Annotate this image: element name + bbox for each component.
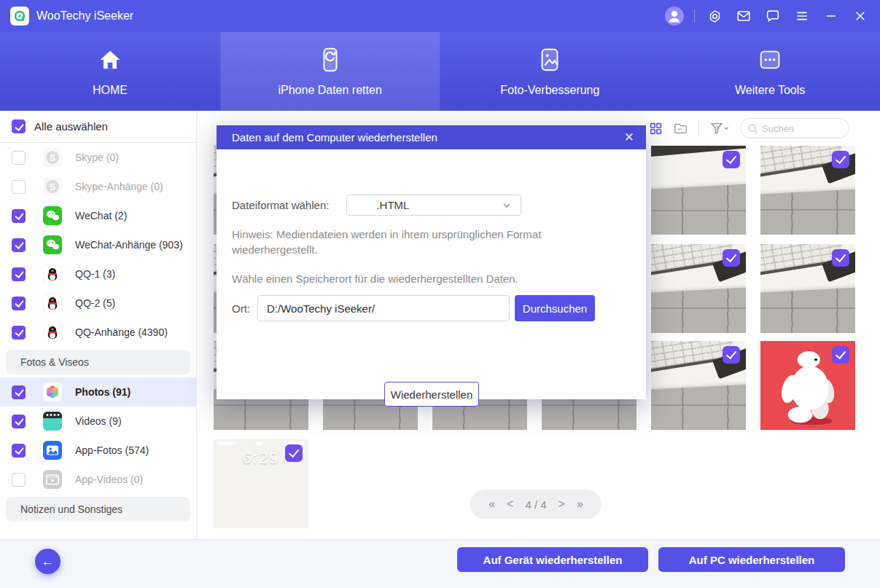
item-checkbox[interactable] bbox=[12, 238, 26, 252]
nav-tab-label: Foto-Verbesserung bbox=[500, 84, 599, 97]
search-input[interactable] bbox=[762, 123, 835, 134]
item-label: QQ-2 (5) bbox=[75, 297, 115, 309]
select-all-checkbox[interactable] bbox=[12, 119, 26, 133]
app-logo-icon bbox=[10, 7, 29, 26]
search-box[interactable] bbox=[740, 118, 849, 138]
select-all-row[interactable]: Alle auswählen bbox=[0, 111, 196, 143]
item-label: Skype (0) bbox=[75, 152, 119, 163]
svg-text:S: S bbox=[50, 182, 55, 192]
next-page-button[interactable]: > bbox=[558, 498, 565, 511]
sidebar-section-fotos-viseos[interactable]: Fotos & Viseos bbox=[6, 350, 190, 375]
dialog-header: Daten auf dem Computer wiederherstellen … bbox=[217, 125, 646, 149]
path-input[interactable] bbox=[257, 295, 510, 321]
dialog-close-icon[interactable]: ✕ bbox=[624, 131, 634, 144]
nav-tab-label: iPhone Daten retten bbox=[278, 84, 381, 97]
skype-icon: S bbox=[43, 148, 62, 167]
sidebar-item-app-fotos-574-[interactable]: App-Fotos (574) bbox=[0, 436, 196, 465]
page-indicator: 4 / 4 bbox=[525, 498, 546, 511]
restore-button[interactable]: Wiederherstellen bbox=[384, 382, 479, 407]
browse-button[interactable]: Durchsuchen bbox=[515, 295, 595, 321]
nav-tab-label: Weitere Tools bbox=[735, 84, 805, 97]
location-hint-text: Wähle einen Speicherort für die wiederhe… bbox=[232, 273, 518, 285]
first-page-button[interactable]: « bbox=[488, 498, 495, 511]
photo-checkbox[interactable] bbox=[832, 346, 849, 364]
pagination: « < 4 / 4 > » bbox=[470, 490, 601, 519]
photo-thumbnail[interactable] bbox=[760, 244, 855, 333]
format-select-value: .HTML bbox=[376, 199, 409, 211]
format-hint-text: Hinweis: Mediendateien werden in ihrem u… bbox=[232, 227, 589, 257]
item-label: WeChat-Anhänge (903) bbox=[75, 239, 183, 251]
photo-thumbnail[interactable] bbox=[651, 244, 746, 333]
item-checkbox[interactable] bbox=[12, 267, 26, 281]
photo-checkbox[interactable] bbox=[832, 151, 849, 168]
photo-checkbox[interactable] bbox=[723, 151, 740, 168]
settings-icon[interactable] bbox=[705, 7, 724, 26]
sidebar-item-app-videos-0-[interactable]: App-Videos (0) bbox=[0, 465, 196, 494]
sidebar-item-qq-anh-nge-4390-[interactable]: QQ-Anhänge (4390) bbox=[0, 318, 196, 347]
photo-checkbox[interactable] bbox=[723, 346, 740, 364]
titlebar: WooTechy iSeeker bbox=[0, 0, 880, 32]
sidebar: Alle auswählen SSkype (0)SSkype-Anhänge … bbox=[0, 111, 197, 539]
back-button[interactable]: ← bbox=[35, 549, 61, 574]
photo-thumbnail[interactable] bbox=[760, 341, 855, 430]
photo-thumbnail[interactable] bbox=[651, 146, 746, 235]
item-checkbox[interactable] bbox=[12, 209, 26, 223]
photo-thumbnail[interactable] bbox=[651, 341, 746, 430]
photo-checkbox[interactable] bbox=[723, 249, 740, 267]
item-checkbox[interactable] bbox=[12, 151, 26, 165]
dialog-body: Dateiformat wählen: .HTML Hinweis: Medie… bbox=[217, 149, 646, 399]
menu-icon[interactable] bbox=[793, 7, 811, 26]
photo-thumbnail[interactable]: 6:297月29日 星期四 bbox=[214, 439, 308, 528]
sidebar-item-qq-1-3-[interactable]: QQ-1 (3) bbox=[0, 259, 196, 289]
sidebar-item-photos-91-[interactable]: Photos (91) bbox=[0, 377, 196, 407]
sidebar-item-skype-0-[interactable]: SSkype (0) bbox=[0, 143, 196, 172]
grid-toolbar bbox=[649, 117, 875, 140]
user-avatar[interactable] bbox=[665, 7, 684, 26]
item-checkbox[interactable] bbox=[12, 326, 26, 340]
nav-tab-iphone-daten-retten[interactable]: iPhone Daten retten bbox=[220, 32, 440, 111]
sidebar-item-wechat-2-[interactable]: WeChat (2) bbox=[0, 201, 196, 230]
item-checkbox[interactable] bbox=[12, 415, 26, 428]
grid-view-icon[interactable] bbox=[649, 122, 663, 136]
photo-thumbnail[interactable] bbox=[760, 146, 855, 235]
restore-to-device-button[interactable]: Auf Gerät wiederherstellen bbox=[457, 547, 648, 572]
minimize-icon[interactable] bbox=[822, 7, 841, 26]
nav-tab-foto-verbesserung[interactable]: Foto-Verbesserung bbox=[440, 32, 661, 111]
toolbar-divider bbox=[698, 121, 699, 136]
search-icon bbox=[747, 122, 759, 135]
close-icon[interactable] bbox=[851, 7, 870, 26]
sidebar-item-wechat-anh-nge-903-[interactable]: WeChat-Anhänge (903) bbox=[0, 230, 196, 259]
home-icon bbox=[96, 46, 124, 77]
mail-icon[interactable] bbox=[734, 7, 753, 26]
sidebar-item-videos-9-[interactable]: Videos (9) bbox=[0, 407, 196, 436]
nav-tab-weitere-tools[interactable]: Weitere Tools bbox=[660, 32, 880, 111]
dialog-title: Daten auf dem Computer wiederherstellen bbox=[232, 131, 437, 144]
photo-checkbox[interactable] bbox=[285, 444, 303, 462]
select-all-label: Alle auswählen bbox=[34, 120, 108, 133]
item-label: Skype-Anhänge (0) bbox=[75, 181, 163, 192]
app-videos-icon bbox=[43, 470, 62, 489]
filter-icon[interactable] bbox=[709, 121, 730, 136]
chat-icon[interactable] bbox=[763, 7, 782, 26]
item-checkbox[interactable] bbox=[12, 180, 26, 194]
restore-to-pc-button[interactable]: Auf PC wiederherstellen bbox=[658, 547, 845, 572]
photo-checkbox[interactable] bbox=[832, 249, 849, 267]
restore-dialog: Daten auf dem Computer wiederherstellen … bbox=[217, 125, 646, 399]
sidebar-section-notizen-und-sonstiges[interactable]: Notizen und Sonstiges bbox=[6, 497, 190, 522]
prev-page-button[interactable]: < bbox=[507, 498, 513, 511]
lockscreen-date: 7月29日 星期四 bbox=[214, 469, 308, 477]
sidebar-item-qq-2-5-[interactable]: QQ-2 (5) bbox=[0, 289, 196, 318]
folder-view-icon[interactable] bbox=[673, 122, 688, 136]
sidebar-item-skype-anh-nge-0-[interactable]: SSkype-Anhänge (0) bbox=[0, 172, 196, 201]
item-checkbox[interactable] bbox=[12, 385, 26, 399]
nav-tab-home[interactable]: HOME bbox=[0, 32, 220, 111]
chevron-down-icon bbox=[502, 200, 512, 211]
videos-icon bbox=[43, 412, 62, 431]
item-label: Photos (91) bbox=[75, 386, 131, 398]
item-checkbox[interactable] bbox=[12, 297, 26, 310]
sidebar-list: SSkype (0)SSkype-Anhänge (0)WeChat (2)We… bbox=[0, 143, 196, 522]
item-checkbox[interactable] bbox=[12, 444, 26, 458]
last-page-button[interactable]: » bbox=[577, 498, 583, 511]
format-select[interactable]: .HTML bbox=[346, 195, 521, 216]
item-checkbox[interactable] bbox=[12, 473, 26, 487]
